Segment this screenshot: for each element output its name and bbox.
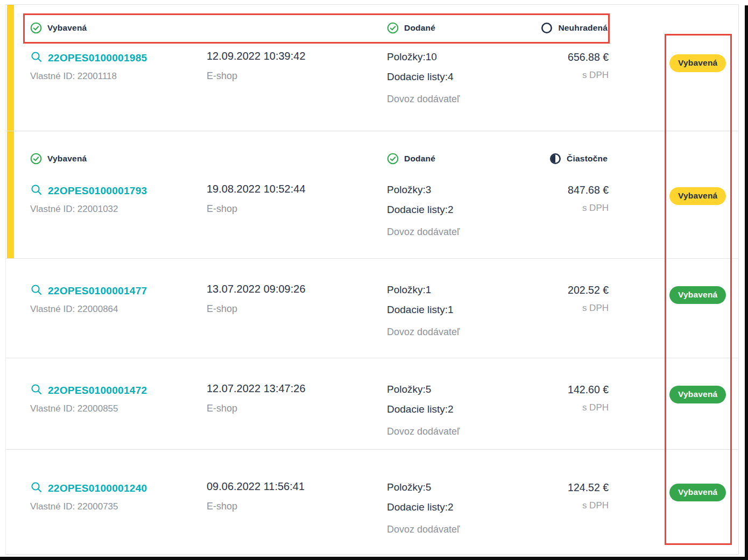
order-number-link[interactable]: 22OPES0100001985 [30, 50, 202, 66]
search-icon[interactable] [30, 283, 43, 299]
status-badge: Vybavená [669, 484, 726, 501]
order-price: 847.68 € [516, 183, 609, 199]
search-icon[interactable] [30, 383, 43, 398]
status-label: Dodané [404, 154, 435, 164]
search-icon[interactable] [30, 51, 43, 66]
status-payment: Čiastočne [549, 153, 608, 165]
row-highlight-bar [7, 131, 14, 258]
empty-circle-icon [541, 22, 553, 34]
transport-method: Dovoz dodávateľ [387, 94, 548, 105]
order-source: E-shop [207, 403, 379, 414]
order-number[interactable]: 22OPES0100001477 [48, 285, 147, 297]
order-number[interactable]: 22OPES0100001985 [48, 52, 147, 64]
order-status-line: Vybavená Dodané Neuhradená [6, 22, 738, 35]
order-datetime: 12.09.2022 10:39:42 [207, 50, 379, 66]
status-delivered: Dodané [387, 22, 435, 34]
order-number-link[interactable]: 22OPES0100001472 [30, 382, 202, 399]
order-number[interactable]: 22OPES0100001793 [48, 185, 147, 197]
order-row: 22OPES0100001240 Vlastné ID: 22000735 09… [6, 450, 738, 555]
status-label: Čiastočne [567, 154, 608, 164]
order-source: E-shop [207, 501, 379, 512]
order-number[interactable]: 22OPES0100001472 [48, 385, 147, 396]
order-source: E-shop [207, 303, 379, 315]
check-circle-icon [30, 153, 42, 165]
check-circle-icon [387, 22, 399, 34]
status-label: Neuhradená [558, 23, 608, 33]
status-delivered: Dodané [387, 153, 435, 165]
vat-note: s DPH [516, 303, 609, 314]
transport-method: Dovoz dodávateľ [387, 426, 548, 437]
vat-note: s DPH [516, 70, 609, 81]
transport-method: Dovoz dodávateľ [387, 524, 548, 535]
own-id: Vlastné ID: 22001032 [30, 204, 202, 215]
order-row: 22OPES0100001472 Vlastné ID: 22000855 12… [6, 358, 738, 450]
status-badge: Vybavená [669, 54, 726, 72]
vat-note: s DPH [516, 203, 609, 214]
half-circle-icon [549, 153, 561, 165]
order-row: 22OPES0100001477 Vlastné ID: 22000864 13… [6, 259, 738, 358]
status-badge: Vybavená [669, 286, 726, 304]
order-datetime: 12.07.2022 13:47:26 [207, 382, 379, 399]
status-label: Vybavená [47, 23, 87, 33]
own-id: Vlastné ID: 22001118 [30, 71, 202, 82]
order-status-line: Vybavená Dodané Čiastočne [6, 153, 738, 166]
orders-list: Vybavená Dodané Neuhradená 22OPES0100001… [5, 4, 739, 555]
status-badge: Vybavená [669, 187, 726, 205]
screenshot-right-border [745, 5, 748, 560]
transport-method: Dovoz dodávateľ [387, 226, 548, 238]
screenshot-bottom-border [0, 557, 748, 560]
check-circle-icon [30, 22, 42, 34]
own-id: Vlastné ID: 22000855 [30, 403, 202, 414]
order-price: 202.52 € [516, 283, 609, 299]
status-label: Vybavená [47, 154, 87, 164]
vat-note: s DPH [516, 500, 609, 511]
status-payment: Neuhradená [541, 22, 608, 34]
order-number-link[interactable]: 22OPES0100001793 [30, 183, 202, 199]
order-number-link[interactable]: 22OPES0100001240 [30, 480, 202, 497]
order-row: Vybavená Dodané Neuhradená 22OPES0100001… [6, 5, 738, 131]
order-price: 142.60 € [516, 382, 609, 399]
transport-method: Dovoz dodávateľ [387, 327, 548, 338]
status-badge: Vybavená [669, 386, 726, 403]
check-circle-icon [387, 153, 399, 165]
order-row: Vybavená Dodané Čiastočne 22OPES01000017… [6, 131, 738, 259]
order-source: E-shop [207, 203, 379, 215]
status-processed: Vybavená [30, 22, 87, 34]
order-number-link[interactable]: 22OPES0100001477 [30, 283, 202, 299]
order-datetime: 19.08.2022 10:52:44 [207, 183, 379, 199]
vat-note: s DPH [516, 402, 609, 413]
search-icon[interactable] [30, 183, 43, 199]
order-datetime: 13.07.2022 09:09:26 [207, 283, 379, 299]
status-label: Dodané [404, 23, 435, 33]
order-datetime: 09.06.2022 11:56:41 [207, 480, 379, 497]
order-source: E-shop [207, 70, 379, 82]
status-processed: Vybavená [30, 153, 87, 165]
order-price: 124.52 € [516, 480, 609, 497]
search-icon[interactable] [30, 481, 43, 496]
own-id: Vlastné ID: 22000864 [30, 304, 202, 315]
order-price: 656.88 € [516, 50, 609, 66]
own-id: Vlastné ID: 22000735 [30, 501, 202, 512]
order-number[interactable]: 22OPES0100001240 [48, 483, 147, 494]
